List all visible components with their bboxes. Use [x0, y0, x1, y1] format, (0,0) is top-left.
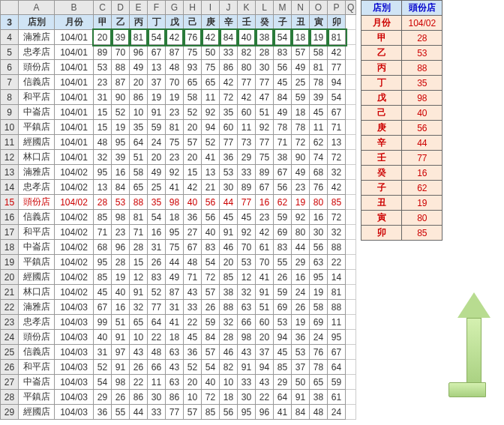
data-cell[interactable]: 15 [94, 105, 112, 120]
data-cell[interactable]: 63 [310, 255, 328, 270]
data-cell[interactable]: 75 [202, 60, 220, 75]
data-cell[interactable]: 84 [292, 405, 310, 420]
data-cell[interactable]: 81 [130, 210, 148, 225]
data-cell[interactable]: 72 [292, 135, 310, 150]
data-cell[interactable]: 24 [328, 405, 346, 420]
data-cell[interactable]: 63 [166, 375, 184, 390]
data-cell[interactable]: 32 [328, 165, 346, 180]
data-cell[interactable]: 39 [112, 150, 130, 165]
data-cell[interactable]: 22 [256, 390, 274, 405]
data-cell[interactable]: 20 [130, 75, 148, 90]
row-number[interactable]: 10 [1, 120, 19, 135]
data-cell[interactable]: 和平店 [19, 360, 55, 375]
row-number[interactable]: 9 [1, 105, 19, 120]
data-cell[interactable]: 78 [292, 120, 310, 135]
data-cell[interactable]: 87 [112, 75, 130, 90]
data-cell[interactable]: 78 [274, 120, 292, 135]
data-cell[interactable]: 64 [130, 135, 148, 150]
data-cell[interactable]: 78 [310, 360, 328, 375]
row-number[interactable]: 22 [1, 300, 19, 315]
col-header[interactable]: A [19, 1, 55, 15]
data-cell[interactable]: 31 [94, 90, 112, 105]
data-cell[interactable]: 40 [238, 30, 256, 45]
data-cell[interactable]: 95 [310, 270, 328, 285]
data-cell[interactable]: 54 [274, 30, 292, 45]
data-cell[interactable]: 95 [112, 135, 130, 150]
data-cell[interactable]: 20 [148, 150, 166, 165]
data-cell[interactable]: 57 [202, 345, 220, 360]
data-cell[interactable]: 77 [238, 75, 256, 90]
data-cell[interactable]: 75 [166, 135, 184, 150]
data-cell[interactable]: 30 [148, 390, 166, 405]
data-cell[interactable]: 33 [238, 375, 256, 390]
data-cell[interactable]: 湳雅店 [19, 30, 55, 45]
data-cell[interactable]: 26 [202, 300, 220, 315]
data-cell[interactable]: 49 [292, 60, 310, 75]
data-cell[interactable]: 81 [328, 285, 346, 300]
data-cell[interactable]: 48 [94, 135, 112, 150]
data-cell[interactable]: 44 [130, 405, 148, 420]
data-cell[interactable]: 69 [274, 225, 292, 240]
data-cell[interactable]: 53 [292, 345, 310, 360]
data-cell[interactable]: 45 [220, 210, 238, 225]
data-cell[interactable]: 20 [220, 255, 238, 270]
data-cell[interactable]: 19 [292, 315, 310, 330]
table-row[interactable]: 24頭份店104/034091102218458428982094362495 [1, 330, 356, 345]
data-cell[interactable]: 中崙店 [19, 240, 55, 255]
data-cell[interactable]: 19 [310, 30, 328, 45]
data-cell[interactable]: 92 [256, 120, 274, 135]
row-number[interactable]: 26 [1, 360, 19, 375]
data-cell[interactable]: 28 [130, 240, 148, 255]
col-header[interactable]: H [184, 1, 202, 15]
data-cell[interactable]: 86 [166, 390, 184, 405]
data-cell[interactable]: 70 [256, 255, 274, 270]
data-cell[interactable]: 57 [202, 285, 220, 300]
data-cell[interactable]: 59 [328, 375, 346, 390]
data-cell[interactable]: 41 [256, 270, 274, 285]
data-cell[interactable]: 54 [94, 375, 112, 390]
data-cell[interactable]: 85 [202, 405, 220, 420]
data-cell[interactable]: 91 [220, 225, 238, 240]
data-cell[interactable]: 忠孝店 [19, 45, 55, 60]
data-cell[interactable]: 48 [148, 345, 166, 360]
data-cell[interactable]: 87 [166, 45, 184, 60]
data-cell[interactable]: 10 [184, 390, 202, 405]
data-cell[interactable]: 30 [220, 180, 238, 195]
data-cell[interactable]: 89 [94, 45, 112, 60]
data-cell[interactable]: 59 [292, 90, 310, 105]
data-cell[interactable]: 36 [94, 405, 112, 420]
data-cell[interactable]: 59 [274, 285, 292, 300]
data-cell[interactable]: 38 [274, 150, 292, 165]
data-cell[interactable]: 11 [148, 375, 166, 390]
data-cell[interactable]: 42 [220, 75, 238, 90]
data-cell[interactable]: 11 [202, 90, 220, 105]
data-cell[interactable]: 40 [94, 330, 112, 345]
row-number[interactable]: 17 [1, 225, 19, 240]
col-header[interactable]: J [220, 1, 238, 15]
data-cell[interactable]: 經國店 [19, 405, 55, 420]
data-cell[interactable]: 23 [94, 75, 112, 90]
data-cell[interactable]: 39 [112, 30, 130, 45]
data-cell[interactable]: 104/02 [55, 180, 94, 195]
col-header[interactable]: M [274, 1, 292, 15]
data-cell[interactable]: 83 [274, 45, 292, 60]
data-cell[interactable]: 50 [202, 45, 220, 60]
data-cell[interactable]: 林口店 [19, 150, 55, 165]
data-cell[interactable]: 77 [328, 60, 346, 75]
data-cell[interactable]: 98 [238, 330, 256, 345]
data-cell[interactable]: 32 [94, 150, 112, 165]
data-cell[interactable]: 84 [202, 330, 220, 345]
table-row[interactable]: 4湳雅店104/012039815442764284403854181981 [1, 30, 356, 45]
data-cell[interactable]: 26 [112, 390, 130, 405]
data-cell[interactable]: 81 [328, 30, 346, 45]
data-cell[interactable]: 67 [328, 105, 346, 120]
data-cell[interactable]: 42 [166, 30, 184, 45]
data-cell[interactable]: 39 [310, 90, 328, 105]
data-cell[interactable]: 16 [148, 225, 166, 240]
data-cell[interactable]: 85 [274, 360, 292, 375]
data-cell[interactable]: 81 [310, 60, 328, 75]
data-cell[interactable]: 70 [166, 75, 184, 90]
data-cell[interactable]: 29 [292, 255, 310, 270]
data-cell[interactable]: 33 [220, 45, 238, 60]
data-cell[interactable]: 19 [310, 285, 328, 300]
